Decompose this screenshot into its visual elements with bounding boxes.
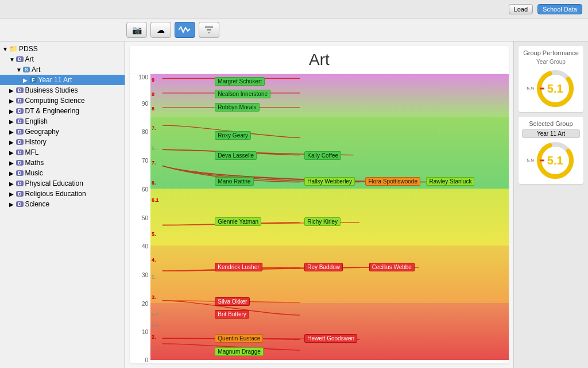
- sidebar-item-music[interactable]: ▶ D Music: [0, 168, 125, 178]
- student-roxy: Roxy Geary: [215, 131, 251, 140]
- sidebar-item-art-group[interactable]: ▼ D Art: [0, 54, 125, 64]
- gauge1-value: 5.1: [547, 82, 563, 95]
- chart-main: 9 8 8 7. 6. 7. 6. 6.1 5. 4. 5. 3. 5.2 4.…: [150, 74, 509, 360]
- score-74: 7.: [152, 125, 156, 131]
- content-area: Art 100 90 80 70 60 50 40 30 20: [125, 41, 588, 368]
- student-cecilius: Cecilius Webbe: [369, 263, 415, 271]
- sidebar-item-pe[interactable]: ▶ D Physical Education: [0, 178, 125, 189]
- sidebar-item-re[interactable]: ▶ D Religious Education: [0, 189, 125, 199]
- student-rey: Rey Baddow: [304, 263, 343, 271]
- chart-area: Art 100 90 80 70 60 50 40 30 20: [130, 46, 509, 363]
- chart-title: Art: [130, 46, 509, 74]
- gauge1-left: 5.9: [527, 86, 534, 91]
- gauge2-value: 5.1: [547, 154, 563, 167]
- student-mano: Mano Rattrie: [215, 177, 253, 186]
- top-bar: Load School Data: [0, 0, 588, 18]
- score-55: 5.: [152, 231, 156, 237]
- student-richy: Richy Kirley: [304, 217, 341, 226]
- score-49: 4.9: [152, 323, 159, 328]
- score-85: 8: [152, 91, 154, 97]
- student-glennie: Glennie Yatman: [215, 217, 261, 226]
- student-hewett: Hewett Goodswen: [304, 334, 357, 343]
- score-80: 8: [152, 106, 154, 112]
- student-quentin: Quentin Eustace: [215, 334, 263, 343]
- score-72: 6.: [152, 145, 156, 151]
- camera-toolbar-btn[interactable]: 📷: [126, 22, 147, 38]
- score-58: 5.: [152, 274, 156, 280]
- art-view: Art 100 90 80 70 60 50 40 30 20: [125, 41, 588, 368]
- cloud-toolbar-btn[interactable]: ☁: [150, 22, 171, 38]
- student-hallsy: Hallsy Webberley: [304, 177, 355, 186]
- sidebar-item-maths[interactable]: ▶ D Maths: [0, 158, 125, 168]
- student-brit: Brit Buttery: [215, 310, 249, 319]
- scatter-container: 100 90 80 70 60 50 40 30 20 10 0: [130, 74, 509, 360]
- band-top: [150, 74, 509, 117]
- sidebar-item-science[interactable]: ▶ D Science: [0, 199, 125, 209]
- group-performance-title: Group Performance: [522, 49, 580, 56]
- y-axis: 100 90 80 70 60 50 40 30 20 10 0: [130, 74, 150, 360]
- student-nealson: Nealson Innerstone: [215, 90, 270, 98]
- gauge1-marker: [540, 88, 544, 90]
- score-52: 5.2: [152, 312, 159, 317]
- score-40: 4.: [152, 257, 156, 263]
- gauge2-container: 5.9 5.1: [522, 140, 580, 181]
- score-23: 2.: [152, 346, 156, 351]
- student-magnum: Magnum Dragge: [215, 347, 263, 356]
- student-rawley: Rawley Stanluck: [426, 177, 474, 186]
- gauge1-container: 5.9 5.1: [522, 68, 580, 109]
- gauge2-marker: [540, 160, 544, 162]
- selected-group-name: Year 11 Art: [522, 129, 580, 138]
- sidebar-item-english[interactable]: ▶ D English: [0, 116, 125, 126]
- student-robbyn: Robbyn Morals: [215, 103, 259, 112]
- toolbar: 📷 ☁: [0, 18, 588, 41]
- school-data-button[interactable]: School Data: [537, 4, 582, 14]
- student-silva: Silva Okker: [215, 297, 250, 306]
- score-65: 6.: [152, 180, 156, 186]
- score-32: 3.: [152, 294, 156, 300]
- band-low: [150, 246, 509, 302]
- sidebar-item-business[interactable]: ▶ D Business Studies: [0, 85, 125, 95]
- student-flora: Flora Spottiswoode: [365, 177, 420, 186]
- sidebar: ▼ 📁 PDSS ▼ D Art ▼ S Art ▶ F Year 11 Art…: [0, 41, 125, 368]
- sidebar-item-dt[interactable]: ▶ D DT & Engineering: [0, 106, 125, 116]
- sidebar-item-mfl[interactable]: ▶ D MFL: [0, 147, 125, 158]
- student-kally: Kally Coffee: [304, 151, 341, 160]
- gauge1: 5.1: [535, 68, 575, 109]
- sidebar-item-pdss[interactable]: ▼ 📁 PDSS: [0, 44, 125, 54]
- student-margret: Margret Schukert: [215, 77, 265, 86]
- right-panel: Group Performance Year Group 5.9: [513, 41, 588, 368]
- filter-toolbar-btn[interactable]: [199, 22, 219, 38]
- sidebar-item-geography[interactable]: ▶ D Geography: [0, 126, 125, 137]
- score-24: 2.: [152, 334, 156, 340]
- main-layout: ▼ 📁 PDSS ▼ D Art ▼ S Art ▶ F Year 11 Art…: [0, 41, 588, 368]
- load-button[interactable]: Load: [509, 4, 533, 14]
- wave-toolbar-btn[interactable]: [175, 22, 195, 38]
- student-kendrick: Kendrick Lusher: [215, 263, 262, 271]
- score-97: 9: [152, 77, 154, 83]
- gauge2: 5.1: [535, 140, 575, 181]
- selected-group-section: Selected Group Year 11 Art 5.9: [519, 117, 583, 184]
- score-61: 6.1: [152, 197, 159, 203]
- score-66: 7.: [152, 160, 156, 166]
- selected-group-title: Selected Group: [522, 120, 580, 127]
- band-bottom: [150, 303, 509, 360]
- sidebar-item-year11art[interactable]: ▶ F Year 11 Art: [0, 75, 125, 85]
- sidebar-item-art-s[interactable]: ▼ S Art: [0, 64, 125, 75]
- year-group-label: Year Group: [522, 59, 580, 65]
- gauge2-left: 5.9: [527, 158, 534, 163]
- group-performance-section: Group Performance Year Group 5.9: [519, 46, 583, 112]
- sidebar-item-computing[interactable]: ▶ D Computing Science: [0, 95, 125, 106]
- student-deva: Deva Lasselle: [215, 151, 257, 160]
- sidebar-item-history[interactable]: ▶ D History: [0, 137, 125, 147]
